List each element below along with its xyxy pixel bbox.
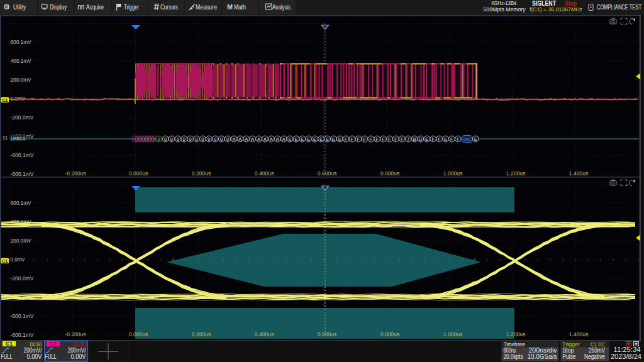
svg-text:E: E [474,136,477,142]
svg-text:0: 0 [177,136,179,142]
svg-text:0: 0 [201,136,204,142]
svg-text:0.00V: 0.00V [27,353,43,360]
svg-text:0: 0 [157,136,160,142]
svg-text:Acquire: Acquire [86,3,104,11]
svg-text:0.00V: 0.00V [71,353,87,360]
svg-text:0: 0 [164,136,167,142]
svg-text:0.000us: 0.000us [129,170,148,177]
svg-text:0: 0 [208,136,210,142]
svg-text:200.0mV: 200.0mV [11,238,31,244]
svg-text:1.000us: 1.000us [443,170,463,177]
svg-text:A: A [282,136,286,142]
svg-text:Analysis: Analysis [272,3,291,11]
svg-text:Trigger: Trigger [124,3,139,11]
svg-text:A: A [245,136,248,142]
svg-text:0.600us: 0.600us [318,170,337,177]
svg-text:FULL: FULL [45,353,57,360]
svg-text:2023/8/24: 2023/8/24 [611,353,641,360]
svg-text:E: E [444,136,447,142]
svg-text:F: F [357,136,360,142]
svg-text:E: E [313,136,316,142]
svg-text:0.200us: 0.200us [192,331,211,337]
svg-text:1.400us: 1.400us [569,331,589,337]
svg-text:F: F [382,136,385,142]
svg-text:0.600us: 0.600us [318,331,337,337]
svg-text:E: E [332,136,335,142]
svg-text:7: 7 [407,136,409,142]
svg-text:Cursors: Cursors [160,3,178,11]
svg-text:F: F [431,136,435,142]
svg-text:-600.1mV: -600.1mV [11,313,34,319]
svg-text:Utility: Utility [13,3,26,11]
svg-text:0: 0 [195,136,197,142]
svg-text:500Mpts Memory: 500Mpts Memory [484,6,526,13]
svg-text:E: E [338,136,341,142]
svg-text:E: E [307,136,310,142]
svg-text:400.1mV: 400.1mV [11,58,31,64]
svg-text:0: 0 [226,136,229,142]
svg-text:Pulse: Pulse [563,353,576,360]
svg-text:B: B [413,136,416,142]
svg-text:E: E [288,136,291,142]
svg-text:Stop: Stop [565,0,577,7]
svg-text:A: A [257,136,260,142]
svg-text:0.400us: 0.400us [255,331,274,337]
svg-text:F: F [401,136,404,142]
svg-text:0: 0 [189,136,192,142]
svg-text:1.400us: 1.400us [569,170,589,177]
svg-text:F: F [394,136,397,142]
svg-text:F: F [375,136,379,142]
svg-text:C2: C2 [50,341,57,347]
svg-text:C1: C1 [6,341,13,347]
svg-text:0.800us: 0.800us [380,331,400,337]
svg-text:C1: C1 [2,258,8,264]
svg-text:-0.200us: -0.200us [65,331,86,337]
svg-text:A: A [251,136,254,142]
svg-text:-800.1mV: -800.1mV [11,332,34,338]
svg-text:COMPLIANCE TEST: COMPLIANCE TEST [597,4,641,11]
svg-text:E: E [425,136,428,142]
svg-text:Display: Display [50,3,67,11]
svg-text:E: E [326,136,329,142]
svg-text:0.0mV: 0.0mV [11,256,25,263]
svg-text:0: 0 [220,136,223,142]
svg-text:600.1mV: 600.1mV [11,200,31,206]
svg-text:S1: S1 [3,134,8,141]
svg-text:USB2.0: USB2.0 [11,136,26,141]
svg-text:F: F [450,136,453,142]
svg-text:600.1mV: 600.1mV [11,39,31,45]
svg-text:A: A [264,136,267,142]
svg-text:F: F [364,136,367,142]
svg-text:A: A [270,136,273,142]
svg-text:-800.1mV: -800.1mV [11,171,34,177]
svg-text:F: F [345,136,348,142]
svg-text:D: D [419,136,423,142]
svg-text:0: 0 [214,136,216,142]
svg-text:FULL: FULL [1,353,13,360]
svg-text:-600.1mV: -600.1mV [11,152,34,158]
svg-text:A: A [232,136,235,142]
svg-text:-200.0mV: -200.0mV [11,275,34,282]
svg-text:E: E [294,136,297,142]
svg-text:Measure: Measure [196,3,217,11]
svg-text:200.0mV: 200.0mV [11,77,31,83]
svg-text:0.000us: 0.000us [129,331,148,337]
svg-text:0: 0 [170,136,173,142]
svg-text:Negative: Negative [584,353,605,360]
svg-text:C1: C1 [2,97,8,103]
svg-text:1.200us: 1.200us [506,170,526,177]
svg-text:A: A [238,136,242,142]
svg-text:1.200us: 1.200us [506,331,526,337]
svg-text:0.800us: 0.800us [380,170,400,177]
svg-text:1.000us: 1.000us [443,331,463,337]
svg-text:A: A [276,136,279,142]
svg-text:F: F [438,136,441,142]
svg-text:E: E [319,136,323,142]
svg-text:F: F [369,136,372,142]
svg-text:F: F [351,136,354,142]
svg-text:F: F [457,136,460,142]
svg-text:-200.0mV: -200.0mV [11,114,34,121]
svg-text:-0.200us: -0.200us [65,170,86,177]
svg-text:M: M [227,3,233,11]
svg-text:10.0GSa/s: 10.0GSa/s [528,353,557,360]
